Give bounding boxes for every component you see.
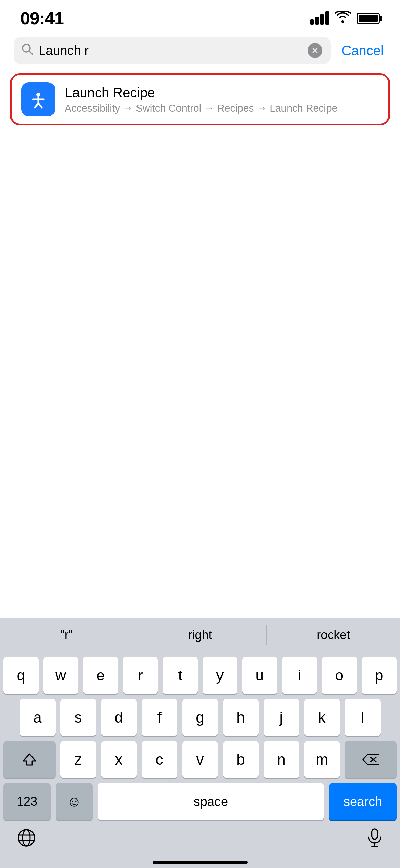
numeric-key[interactable]: 123 [3, 783, 51, 820]
status-time: 09:41 [20, 8, 64, 28]
keyboard: "r" right rocket q w e r t y u i o p a s… [0, 618, 400, 868]
predictive-item-2[interactable]: right [133, 618, 267, 652]
key-y[interactable]: y [203, 657, 238, 694]
key-row-1: q w e r t y u i o p [3, 657, 397, 694]
predictive-item-1[interactable]: "r" [0, 618, 133, 652]
key-x[interactable]: x [101, 741, 137, 778]
key-l[interactable]: l [345, 699, 381, 736]
svg-point-11 [23, 830, 30, 846]
result-text: Launch Recipe Accessibility → Switch Con… [65, 85, 379, 114]
search-container: Launch r ✕ Cancel [0, 31, 400, 71]
svg-line-1 [29, 51, 33, 54]
search-bar[interactable]: Launch r ✕ [14, 37, 331, 64]
key-m[interactable]: m [304, 741, 340, 778]
home-indicator [153, 861, 248, 864]
key-b[interactable]: b [223, 741, 259, 778]
key-s[interactable]: s [60, 699, 96, 736]
key-i[interactable]: i [282, 657, 317, 694]
microphone-icon[interactable] [366, 828, 383, 851]
search-key[interactable]: search [329, 783, 397, 820]
accessory-row [0, 825, 400, 858]
status-icons [310, 11, 380, 26]
space-key[interactable]: space [98, 783, 324, 820]
globe-icon[interactable] [17, 828, 36, 851]
shift-key[interactable] [3, 741, 56, 778]
result-title: Launch Recipe [65, 85, 379, 100]
key-p[interactable]: p [362, 657, 397, 694]
main-content [0, 128, 400, 447]
svg-rect-14 [372, 829, 378, 839]
key-z[interactable]: z [60, 741, 96, 778]
key-u[interactable]: u [242, 657, 277, 694]
key-g[interactable]: g [182, 699, 218, 736]
key-n[interactable]: n [264, 741, 299, 778]
search-input[interactable]: Launch r [39, 43, 302, 58]
wifi-icon [335, 11, 351, 26]
accessibility-icon [21, 82, 55, 116]
key-h[interactable]: h [223, 699, 259, 736]
key-v[interactable]: v [182, 741, 218, 778]
emoji-key[interactable]: ☺ [56, 783, 93, 820]
key-q[interactable]: q [3, 657, 39, 694]
cancel-button[interactable]: Cancel [339, 43, 386, 58]
battery-icon [357, 13, 380, 24]
key-row-2: a s d f g h j k l [3, 699, 397, 736]
key-d[interactable]: d [101, 699, 137, 736]
search-clear-button[interactable]: ✕ [308, 43, 322, 58]
predictive-item-3[interactable]: rocket [267, 618, 400, 652]
status-bar: 09:41 [0, 0, 400, 31]
key-rows: q w e r t y u i o p a s d f g h j k l [0, 652, 400, 778]
key-t[interactable]: t [163, 657, 198, 694]
key-f[interactable]: f [142, 699, 177, 736]
key-r[interactable]: r [123, 657, 158, 694]
predictive-bar: "r" right rocket [0, 618, 400, 652]
key-c[interactable]: c [142, 741, 177, 778]
svg-point-0 [23, 44, 30, 52]
bottom-row: 123 ☺ space search [0, 783, 400, 820]
key-e[interactable]: e [83, 657, 118, 694]
key-k[interactable]: k [304, 699, 340, 736]
result-breadcrumb: Accessibility → Switch Control → Recipes… [65, 102, 379, 114]
search-result-item[interactable]: Launch Recipe Accessibility → Switch Con… [10, 73, 390, 125]
key-o[interactable]: o [322, 657, 357, 694]
key-j[interactable]: j [264, 699, 299, 736]
delete-key[interactable] [345, 741, 397, 778]
search-icon [22, 43, 33, 58]
key-a[interactable]: a [20, 699, 56, 736]
key-w[interactable]: w [43, 657, 79, 694]
svg-point-10 [18, 830, 35, 846]
signal-icon [310, 12, 329, 25]
key-row-3: z x c v b n m [3, 741, 397, 778]
